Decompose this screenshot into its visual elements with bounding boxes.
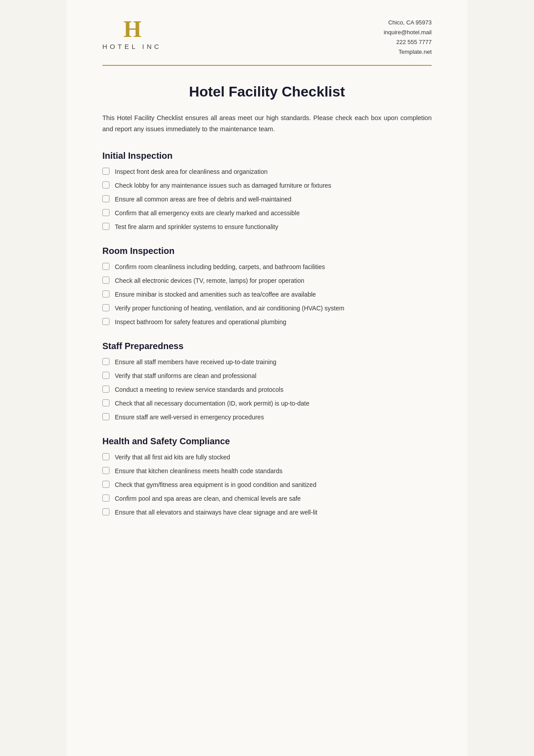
checklist-item-text: Verify proper functioning of heating, ve… [115, 304, 344, 313]
checkbox[interactable] [102, 467, 109, 474]
checklist-item-text: Inspect bathroom for safety features and… [115, 318, 286, 327]
checkbox[interactable] [102, 318, 109, 325]
checklist-item-text: Conduct a meeting to review service stan… [115, 385, 283, 394]
checklist-item-text: Ensure all staff members have received u… [115, 358, 276, 367]
checkbox[interactable] [102, 399, 109, 406]
list-item: Ensure all common areas are free of debr… [102, 195, 432, 204]
checkbox[interactable] [102, 304, 109, 311]
checklist-item-text: Confirm room cleanliness including beddi… [115, 262, 325, 272]
checkbox[interactable] [102, 386, 109, 393]
page: H HOTEL INC Chico, CA 95973 inquire@hote… [67, 0, 467, 756]
checklist-item-text: Test fire alarm and sprinkler systems to… [115, 222, 278, 232]
list-item: Verify that all first aid kits are fully… [102, 453, 432, 462]
section-title-staff-preparedness: Staff Preparedness [102, 341, 432, 351]
list-item: Ensure that kitchen cleanliness meets he… [102, 466, 432, 476]
list-item: Confirm that all emergency exits are cle… [102, 209, 432, 218]
checkbox[interactable] [102, 209, 109, 216]
checkbox[interactable] [102, 453, 109, 460]
checkbox[interactable] [102, 223, 109, 230]
checklist-staff-preparedness: Ensure all staff members have received u… [102, 358, 432, 422]
list-item: Inspect front desk area for cleanliness … [102, 167, 432, 177]
list-item: Verify proper functioning of heating, ve… [102, 304, 432, 313]
hotel-logo-symbol: H [124, 18, 141, 41]
contact-email: inquire@hotel.mail [384, 28, 432, 37]
contact-info: Chico, CA 95973 inquire@hotel.mail 222 5… [384, 18, 432, 57]
hotel-logo-text: HOTEL INC [102, 43, 162, 50]
section-staff-preparedness: Staff PreparednessEnsure all staff membe… [102, 341, 432, 422]
list-item: Ensure all staff members have received u… [102, 358, 432, 367]
contact-website: Template.net [384, 47, 432, 57]
checkbox[interactable] [102, 277, 109, 284]
checklist-item-text: Ensure staff are well-versed in emergenc… [115, 413, 264, 422]
header: H HOTEL INC Chico, CA 95973 inquire@hote… [102, 18, 432, 66]
checkbox[interactable] [102, 263, 109, 270]
list-item: Verify that staff uniforms are clean and… [102, 371, 432, 381]
list-item: Check lobby for any maintenance issues s… [102, 181, 432, 190]
section-title-health-safety: Health and Safety Compliance [102, 436, 432, 446]
checklist-health-safety: Verify that all first aid kits are fully… [102, 453, 432, 517]
list-item: Ensure that all elevators and stairways … [102, 508, 432, 517]
section-room-inspection: Room InspectionConfirm room cleanliness … [102, 246, 432, 327]
checklist-initial-inspection: Inspect front desk area for cleanliness … [102, 167, 432, 232]
checkbox[interactable] [102, 168, 109, 175]
checkbox[interactable] [102, 181, 109, 189]
checkbox[interactable] [102, 508, 109, 515]
document-title: Hotel Facility Checklist [102, 84, 432, 100]
checkbox[interactable] [102, 358, 109, 365]
checkbox[interactable] [102, 413, 109, 420]
list-item: Confirm pool and spa areas are clean, an… [102, 494, 432, 503]
checklist-item-text: Inspect front desk area for cleanliness … [115, 167, 267, 177]
checklist-item-text: Confirm pool and spa areas are clean, an… [115, 494, 301, 503]
checklist-item-text: Check that gym/fitness area equipment is… [115, 480, 316, 490]
contact-phone: 222 555 7777 [384, 37, 432, 47]
checklist-item-text: Ensure minibar is stocked and amenities … [115, 290, 316, 299]
checklist-item-text: Check lobby for any maintenance issues s… [115, 181, 331, 190]
list-item: Check all electronic devices (TV, remote… [102, 276, 432, 286]
checklist-item-text: Verify that staff uniforms are clean and… [115, 371, 256, 381]
checklist-item-text: Ensure all common areas are free of debr… [115, 195, 291, 204]
list-item: Confirm room cleanliness including beddi… [102, 262, 432, 272]
checklist-item-text: Verify that all first aid kits are fully… [115, 453, 230, 462]
checkbox[interactable] [102, 290, 109, 298]
checkbox[interactable] [102, 495, 109, 502]
checkbox[interactable] [102, 481, 109, 488]
section-title-initial-inspection: Initial Inspection [102, 151, 432, 161]
list-item: Inspect bathroom for safety features and… [102, 318, 432, 327]
checklist-item-text: Check that all necessary documentation (… [115, 399, 309, 408]
sections-container: Initial InspectionInspect front desk are… [102, 151, 432, 517]
section-health-safety: Health and Safety ComplianceVerify that … [102, 436, 432, 517]
document-description: This Hotel Facility Checklist ensures al… [102, 113, 432, 134]
checklist-item-text: Confirm that all emergency exits are cle… [115, 209, 300, 218]
checkbox[interactable] [102, 195, 109, 202]
checkbox[interactable] [102, 372, 109, 379]
list-item: Check that all necessary documentation (… [102, 399, 432, 408]
list-item: Ensure staff are well-versed in emergenc… [102, 413, 432, 422]
list-item: Test fire alarm and sprinkler systems to… [102, 222, 432, 232]
section-title-room-inspection: Room Inspection [102, 246, 432, 256]
checklist-item-text: Check all electronic devices (TV, remote… [115, 276, 304, 286]
contact-address: Chico, CA 95973 [384, 18, 432, 28]
section-initial-inspection: Initial InspectionInspect front desk are… [102, 151, 432, 232]
list-item: Conduct a meeting to review service stan… [102, 385, 432, 394]
logo-area: H HOTEL INC [102, 18, 162, 50]
list-item: Ensure minibar is stocked and amenities … [102, 290, 432, 299]
checklist-item-text: Ensure that kitchen cleanliness meets he… [115, 466, 283, 476]
checklist-item-text: Ensure that all elevators and stairways … [115, 508, 317, 517]
list-item: Check that gym/fitness area equipment is… [102, 480, 432, 490]
checklist-room-inspection: Confirm room cleanliness including beddi… [102, 262, 432, 327]
